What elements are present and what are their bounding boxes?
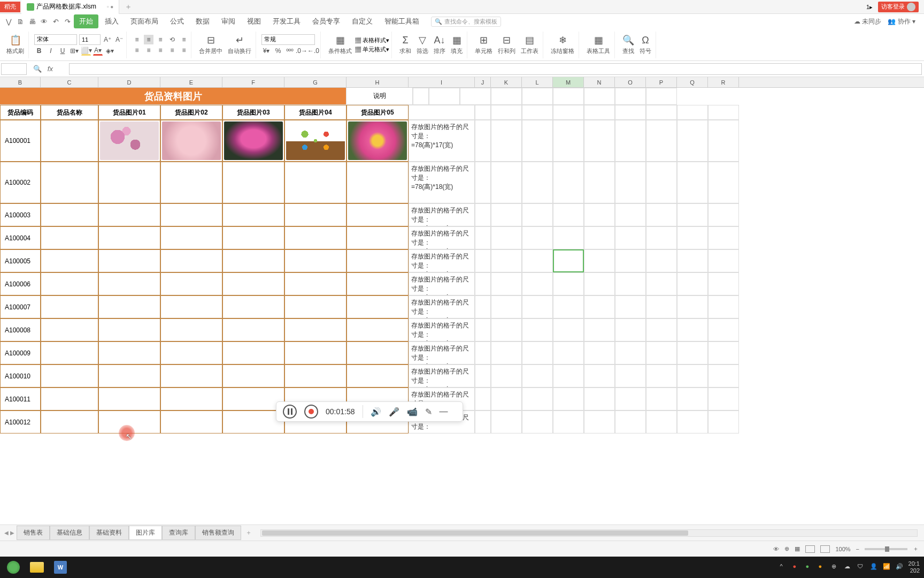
tabletools-button[interactable]: ▦表格工具 [584,34,612,55]
image-cell[interactable] [160,272,222,295]
cell[interactable] [491,410,522,434]
image-cell[interactable] [222,249,284,272]
cell[interactable] [553,272,584,295]
currency-icon[interactable]: ¥▾ [261,46,271,56]
image-cell[interactable] [346,162,409,203]
cell[interactable] [708,226,739,249]
image-cell[interactable] [98,249,160,272]
cell[interactable] [615,88,646,105]
normal-view-icon[interactable] [805,545,815,553]
image-cell[interactable] [98,272,160,295]
cell[interactable] [522,120,553,162]
image-cell[interactable] [160,387,222,410]
wps-button[interactable]: W [49,559,72,576]
border-icon[interactable]: ⊞▾ [70,46,79,56]
cell[interactable] [475,364,491,387]
cell[interactable] [553,341,584,364]
image-cell[interactable] [346,249,409,272]
tray-icon[interactable]: ☁ [844,563,853,572]
document-tab[interactable]: 产品网格数据库.xlsm ▫ ● [21,0,119,14]
col-header[interactable]: Q [677,77,708,87]
merge-button[interactable]: ⊟合并居中 [197,34,225,55]
menu-icon[interactable]: ⋁ [3,16,14,27]
decrease-font-icon[interactable]: A⁻ [114,35,124,44]
code-cell[interactable]: A100004 [0,226,41,249]
redo-icon[interactable]: ↷ [62,16,73,27]
cell[interactable] [522,88,553,105]
note-cell[interactable]: 存放图片的格子的尺寸是： =78(高)*18(宽) [409,162,475,203]
name-cell[interactable] [41,410,98,434]
cell[interactable] [522,318,553,341]
cell[interactable] [522,364,553,387]
undo-icon[interactable]: ↶ [50,16,61,27]
image-cell[interactable] [160,318,222,341]
cell[interactable] [677,410,708,434]
cell[interactable] [584,341,615,364]
cell[interactable] [553,295,584,318]
table-title[interactable]: 货品资料图片 [0,88,346,105]
name-cell[interactable] [41,203,98,226]
image-cell[interactable] [284,272,346,295]
image-cell[interactable] [222,226,284,249]
tab-indicator-icon[interactable]: ▫ ● [107,4,113,10]
image-cell[interactable] [284,120,346,162]
tab-custom[interactable]: 自定义 [346,14,378,28]
col-header[interactable]: D [98,77,160,87]
decimal-dec-icon[interactable]: ←.0 [309,46,318,56]
minimize-rec-icon[interactable]: — [440,407,448,416]
camera-icon[interactable]: 📹 [407,407,418,417]
cell[interactable] [491,318,522,341]
cell[interactable] [646,387,677,410]
eye-icon[interactable]: 👁 [773,546,779,552]
table-header[interactable]: 货品名称 [41,105,98,120]
tab-view[interactable]: 视图 [242,14,266,28]
cell[interactable] [553,410,584,434]
bold-icon[interactable]: B [34,46,44,56]
pen-icon[interactable]: ✎ [425,407,432,417]
cell[interactable] [677,162,708,203]
image-cell[interactable] [346,295,409,318]
sheet-tab[interactable]: 销售额查询 [195,526,241,540]
cell[interactable] [522,162,553,203]
col-header[interactable]: B [0,77,41,87]
cell[interactable] [584,318,615,341]
tab-member[interactable]: 会员专享 [307,14,345,28]
image-cell[interactable] [284,295,346,318]
code-cell[interactable]: A100011 [0,387,41,410]
symbol-button[interactable]: Ω符号 [637,34,653,55]
image-cell[interactable] [346,318,409,341]
tray-icon[interactable]: ^ [780,563,789,572]
cell[interactable] [615,410,646,434]
tab-review[interactable]: 审阅 [216,14,241,28]
image-cell[interactable] [98,226,160,249]
cell[interactable] [615,162,646,203]
cell[interactable] [553,203,584,226]
indent-inc-icon[interactable]: ≡ [179,45,189,55]
col-header[interactable]: O [615,77,646,87]
cell[interactable] [553,162,584,203]
rowcol-button[interactable]: ⊟行和列 [496,34,518,55]
tab-start[interactable]: 开始 [74,14,98,28]
cell[interactable] [475,226,491,249]
cell[interactable] [646,410,677,434]
cell[interactable] [584,88,615,105]
tab-dev[interactable]: 开发工具 [267,14,306,28]
cell[interactable] [615,387,646,410]
recording-toolbar[interactable]: 00:01:58 🔊 🎤 📹 ✎ — [276,401,463,422]
zoom-slider[interactable] [865,548,907,550]
image-cell[interactable] [160,410,222,434]
cell[interactable] [460,88,491,105]
image-cell[interactable] [222,162,284,203]
tab-insert[interactable]: 插入 [99,14,124,28]
cell[interactable] [615,226,646,249]
image-cell[interactable] [222,410,284,434]
cell[interactable] [491,387,522,410]
cell[interactable] [677,120,708,162]
cell[interactable] [522,249,553,272]
cell[interactable] [708,318,739,341]
sheet-tab-active[interactable]: 图片库 [129,526,162,540]
cell[interactable] [677,226,708,249]
image-cell[interactable] [160,203,222,226]
zoom-in-icon[interactable]: ＋ [913,545,919,553]
cell[interactable] [491,88,522,105]
